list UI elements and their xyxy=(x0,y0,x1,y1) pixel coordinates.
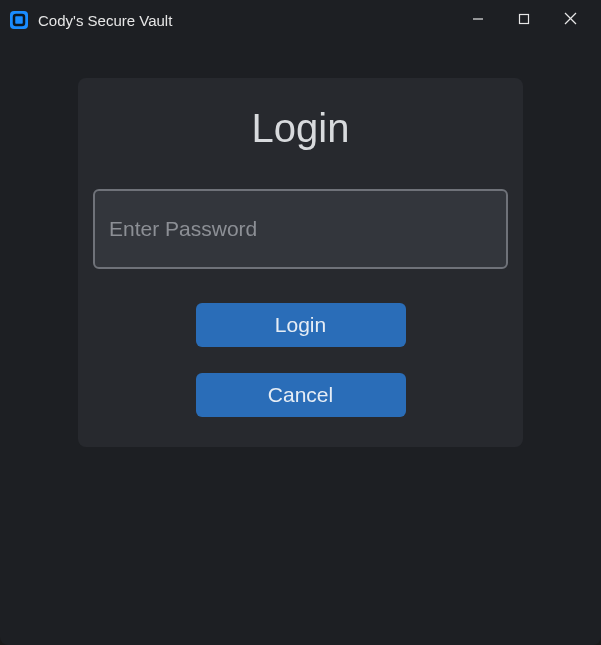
titlebar-left: Cody's Secure Vault xyxy=(8,9,455,31)
maximize-icon xyxy=(518,11,530,29)
app-window: Cody's Secure Vault Login xyxy=(0,0,601,645)
login-card: Login Login Cancel xyxy=(78,78,523,447)
cancel-button[interactable]: Cancel xyxy=(196,373,406,417)
maximize-button[interactable] xyxy=(501,4,547,36)
titlebar-controls xyxy=(455,4,593,36)
titlebar: Cody's Secure Vault xyxy=(0,0,601,40)
login-heading: Login xyxy=(252,106,350,151)
minimize-button[interactable] xyxy=(455,4,501,36)
svg-rect-3 xyxy=(520,15,529,24)
minimize-icon xyxy=(472,11,484,29)
app-icon xyxy=(8,9,30,31)
close-icon xyxy=(564,11,577,29)
content-area: Login Login Cancel xyxy=(0,40,601,645)
svg-rect-0 xyxy=(10,11,28,29)
password-input[interactable] xyxy=(93,189,508,269)
app-title: Cody's Secure Vault xyxy=(38,12,172,29)
login-button[interactable]: Login xyxy=(196,303,406,347)
close-button[interactable] xyxy=(547,4,593,36)
